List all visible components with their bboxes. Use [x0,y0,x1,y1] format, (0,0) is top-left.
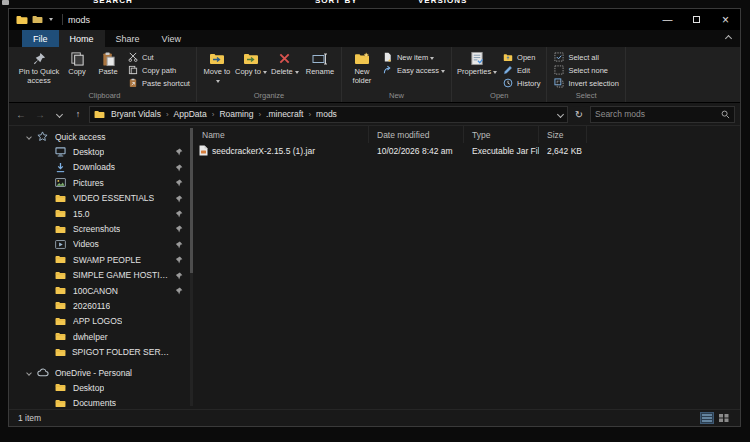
sidebar-item-desktop[interactable]: Desktop [9,144,194,159]
tab-file[interactable]: File [22,30,59,47]
edit-button[interactable]: Edit [499,64,543,76]
sidebar-item-label: Pictures [73,178,104,188]
column-header-date-modified[interactable]: Date modified [369,126,464,143]
paste-shortcut-button[interactable]: Paste shortcut [124,77,193,89]
organize-group-label: Organize [200,91,338,102]
sidebar-item-videos[interactable]: Videos [9,237,194,252]
quick-access-toolbar-folder-icon[interactable] [32,15,43,24]
sidebar-item-quick-access[interactable]: Quick access [9,129,194,144]
pin-icon [175,272,183,282]
copy-path-icon [127,65,139,76]
up-button[interactable]: ↑ [70,106,86,122]
move-to-icon [209,50,225,67]
minimize-button[interactable]: — [653,9,682,30]
chevron-down-icon [263,71,267,74]
breadcrumb-segment[interactable]: mods [314,109,339,119]
breadcrumb-segment[interactable]: Bryant Vidals [109,109,163,119]
properties-button[interactable]: Properties [455,48,499,77]
tab-view[interactable]: View [151,30,192,47]
refresh-button[interactable]: ↻ [571,106,587,122]
cut-button[interactable]: Cut [124,51,193,63]
new-item-icon [382,52,394,63]
column-header-size[interactable]: Size [539,126,587,143]
sidebar-item-dwhelper[interactable]: dwhelper [9,329,194,344]
ribbon-group-select: Select all Select none Invert selection … [547,47,625,102]
folder-icon [55,271,69,280]
sidebar-item-app-logos[interactable]: APP LOGOS [9,314,194,329]
minimize-ribbon-button[interactable] [716,30,740,47]
tab-share[interactable]: Share [105,30,151,47]
breadcrumb-segment[interactable]: Roaming [217,109,255,119]
sidebar-scrollbar[interactable] [190,128,193,406]
back-button[interactable]: ← [13,106,29,122]
open-group-label: Open [455,91,543,102]
thumbnails-view-button[interactable] [717,412,731,424]
sidebar-item-simple-game-hosting[interactable]: SIMPLE GAME HOSTING [9,268,194,283]
chevron-down-icon [216,80,220,83]
sidebar-item-label: SIMPLE GAME HOSTING [73,270,170,280]
paste-shortcut-icon [127,78,139,89]
new-item-label: New item [397,53,434,62]
copy-icon [70,50,85,67]
breadcrumb-segment[interactable]: .minecraft [264,109,305,119]
pin-icon [175,195,183,205]
rename-button[interactable]: Rename [302,48,338,77]
sidebar-item-downloads[interactable]: Downloads [9,160,194,175]
move-to-button[interactable]: Move to [200,48,234,85]
recent-locations-button[interactable] [51,106,67,122]
open-button[interactable]: Open [499,51,543,63]
select-group-label: Select [550,91,621,102]
copy-to-button[interactable]: Copy to [234,48,268,77]
history-button[interactable]: History [499,77,543,89]
address-box[interactable]: Bryant Vidals›AppData›Roaming›.minecraft… [89,106,568,123]
sidebar-item-documents[interactable]: Documents [9,396,194,409]
invert-selection-button[interactable]: Invert selection [550,77,621,89]
easy-access-label: Easy access [397,66,445,75]
delete-button[interactable]: Delete [268,48,302,77]
address-dropdown-icon[interactable] [557,110,564,117]
sidebar-item-20260116[interactable]: 20260116 [9,298,194,313]
sidebar-item-label: SWAMP PEOPLE [73,255,141,265]
column-header-name[interactable]: Name [194,126,369,143]
column-header-type[interactable]: Type [464,126,539,143]
maximize-button[interactable] [682,9,711,30]
folder-icon [55,301,69,310]
sidebar-item-onedrive-personal[interactable]: OneDrive - Personal [9,365,194,380]
customize-quick-access-toolbar-icon[interactable] [47,18,53,21]
sidebar-item-15-0[interactable]: 15.0 [9,206,194,221]
delete-label: Delete [271,68,299,77]
select-all-button[interactable]: Select all [550,51,621,63]
easy-access-button[interactable]: Easy access [379,64,448,76]
chevron-down-icon [55,110,62,117]
close-button[interactable]: × [711,9,740,30]
sidebar-item-swamp-people[interactable]: SWAMP PEOPLE [9,252,194,267]
breadcrumb-separator: › [258,110,261,119]
breadcrumb-segment[interactable]: AppData [172,109,209,119]
chevron-down-icon[interactable] [27,135,37,139]
new-item-button[interactable]: New item [379,51,448,63]
chevron-down-icon[interactable] [27,371,37,375]
sidebar-item-desktop[interactable]: Desktop [9,380,194,395]
file-row[interactable]: seedcrackerX-2.15.5 (1).jar10/02/2026 8:… [194,143,740,158]
edit-label: Edit [517,66,530,75]
breadcrumb-separator: › [166,110,169,119]
paste-button[interactable]: Paste [92,48,124,77]
search-input[interactable] [595,109,721,119]
select-none-button[interactable]: Select none [550,64,621,76]
copy-path-button[interactable]: Copy path [124,64,193,76]
details-view-button[interactable] [700,412,714,424]
sidebar-item-pictures[interactable]: Pictures [9,175,194,190]
sidebar-item-100canon[interactable]: 100CANON [9,283,194,298]
sidebar-item-spigot-folder-server[interactable]: SPIGOT FOLDER SERVER [9,344,194,359]
sidebar-item-screenshots[interactable]: Screenshots [9,221,194,236]
tab-home[interactable]: Home [59,30,105,47]
pin-to-quick-access-button[interactable]: Pin to Quick access [16,48,62,85]
forward-button[interactable]: → [32,106,48,122]
new-group-label: New [345,91,448,102]
sidebar-item-video-essentials[interactable]: VIDEO ESSENTIALS [9,191,194,206]
search-box[interactable] [590,106,735,123]
pin-icon [175,241,183,251]
new-folder-button[interactable]: New folder [345,48,379,85]
pin-icon [32,50,47,67]
copy-button[interactable]: Copy [62,48,92,77]
